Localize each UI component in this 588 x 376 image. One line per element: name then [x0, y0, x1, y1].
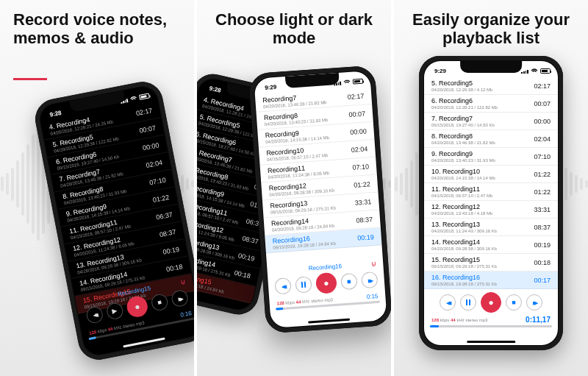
- recording-duration: 06:37: [155, 210, 173, 221]
- recording-duration: 00:07: [348, 110, 365, 118]
- recording-duration: 00:17: [534, 277, 551, 284]
- recording-meta: 04/15/2018, 06:57:10 / 2.47 Mb: [431, 194, 492, 198]
- forward-button[interactable]: [526, 294, 542, 311]
- list-item[interactable]: 12. Recording1204/20/2018, 13:43:18 / 4.…: [424, 201, 558, 219]
- recording-duration: 07:10: [352, 163, 369, 171]
- recording-duration: 01:22: [354, 180, 370, 189]
- recordings-list[interactable]: Recording704/20/2018, 13:46:38 / 21.82 M…: [255, 87, 382, 253]
- recording-duration: 01:22: [534, 171, 551, 178]
- transport-controls: [430, 292, 552, 313]
- signal-icon: [521, 68, 528, 74]
- clock-label: 9:28: [49, 109, 62, 118]
- recording-duration: 00:18: [234, 269, 251, 280]
- clock-label: 9:29: [265, 83, 277, 91]
- recording-duration: 02:04: [534, 135, 551, 143]
- recording-duration: 01:22: [152, 193, 170, 203]
- battery-icon: [540, 68, 551, 74]
- play-button[interactable]: [105, 302, 124, 321]
- stop-button[interactable]: [150, 293, 169, 312]
- promo-panel-2: Choose light or dark mode 9:28 4. Record…: [194, 0, 391, 376]
- recording-duration: 33:31: [355, 198, 372, 207]
- battery-icon: [353, 78, 363, 84]
- recording-duration: 00:07: [139, 124, 157, 134]
- recording-title: 9. Recording9: [431, 150, 495, 157]
- recording-meta: 09/15/2018, 19:28:18 / 275.31 Kb: [431, 282, 497, 286]
- player-bar: ⊍ Recording16 128 kbps 44 kHz stereo mp3…: [267, 256, 387, 318]
- recordings-list[interactable]: 5. Recording504/20/2018, 12:29:38 / 4.12…: [424, 77, 558, 289]
- clock-label: 9:28: [209, 85, 222, 93]
- recording-duration: 07:10: [534, 153, 551, 160]
- phone-notch: [460, 61, 522, 73]
- headline: Choose light or dark mode: [197, 10, 391, 48]
- recording-title: 12. Recording12: [431, 203, 492, 210]
- record-button[interactable]: [315, 272, 337, 294]
- recording-duration: 00:07: [534, 100, 551, 107]
- recording-meta: 09/15/2018, 19:27:40 / 14.50 Kb: [431, 123, 495, 127]
- progress-bar[interactable]: [430, 325, 552, 327]
- recording-duration: 00:00: [142, 141, 159, 152]
- recording-title: 14. Recording14: [431, 238, 497, 246]
- promo-panel-3: Easily organize your playback list 9:29 …: [391, 0, 588, 376]
- recording-duration: 00:19: [237, 252, 255, 263]
- list-item[interactable]: 13. Recording1304/20/2018, 11:24:43 / 30…: [424, 219, 558, 236]
- recording-meta: 04/20/2018, 11:24:43 / 309.16 Kb: [431, 229, 497, 233]
- record-button[interactable]: [481, 292, 501, 313]
- elapsed-time: 0:15: [366, 293, 378, 300]
- recording-duration: 02:04: [146, 158, 163, 169]
- recording-meta: 04/20/2018, 13:46:38 / 21.82 Mb: [431, 141, 495, 145]
- promo-panel-1: Record voice notes, memos & audio 9:28 4…: [0, 0, 194, 376]
- home-indicator: [467, 341, 515, 343]
- recording-duration: 08:37: [242, 234, 259, 245]
- recording-title: 8. Recording8: [431, 132, 495, 140]
- recording-title: 5. Recording5: [431, 79, 492, 87]
- rewind-button[interactable]: [85, 305, 104, 324]
- recording-duration: 02:17: [347, 92, 364, 101]
- recording-duration: 02:17: [534, 82, 551, 90]
- list-item[interactable]: 15. Recording1509/15/2018, 09:29:18 / 27…: [424, 254, 558, 272]
- recording-meta: 04/20/2018, 13:40:23 / 31.93 Mb: [431, 158, 495, 163]
- record-button[interactable]: [125, 294, 149, 319]
- pause-button[interactable]: [460, 294, 476, 311]
- pause-button[interactable]: [295, 276, 312, 293]
- recording-duration: 01:22: [534, 188, 551, 196]
- recording-title: 10. Recording10: [431, 168, 495, 175]
- list-item[interactable]: 6. Recording604/20/2018, 12:28:21 / 122.…: [424, 95, 558, 113]
- forward-button[interactable]: [361, 272, 378, 288]
- microphone-icon[interactable]: ⊍: [370, 260, 376, 268]
- list-item[interactable]: 16. Recording1609/15/2018, 19:28:18 / 27…: [424, 272, 558, 289]
- recording-duration: 33:31: [534, 206, 551, 213]
- recording-duration: 08:37: [356, 216, 373, 224]
- recording-title: 7. Recording7: [431, 115, 495, 122]
- recording-duration: 02:04: [351, 145, 368, 154]
- headline: Record voice notes, memos & audio: [0, 10, 194, 48]
- rewind-button[interactable]: [274, 277, 291, 294]
- stop-button[interactable]: [340, 273, 357, 290]
- wifi-icon: [129, 95, 137, 102]
- list-item[interactable]: 14. Recording1404/20/2018, 09:28:38 / 30…: [424, 236, 558, 254]
- list-item[interactable]: 5. Recording504/20/2018, 12:29:38 / 4.12…: [424, 77, 558, 95]
- phone-mock-light: 9:29 5. Recording504/20/2018, 12:29:38 /…: [419, 56, 563, 350]
- list-item[interactable]: 11. Recording1104/15/2018, 06:57:10 / 2.…: [424, 183, 558, 201]
- rewind-button[interactable]: [440, 294, 456, 311]
- recording-meta: 09/15/2018, 09:29:18 / 275.31 Kb: [431, 264, 497, 269]
- wifi-icon: [531, 68, 538, 74]
- list-item[interactable]: 9. Recording904/20/2018, 13:40:23 / 31.9…: [424, 148, 558, 166]
- phone-mock-light-front: 9:29 Recording704/20/2018, 13:46:38 / 21…: [248, 65, 391, 333]
- recording-title: 11. Recording11: [431, 185, 492, 193]
- recording-duration: 00:00: [350, 127, 367, 136]
- recording-duration: 00:18: [534, 259, 551, 266]
- home-indicator: [308, 319, 350, 324]
- list-item[interactable]: 8. Recording804/20/2018, 13:46:38 / 21.8…: [424, 130, 558, 148]
- recording-duration: 08:37: [159, 228, 176, 238]
- accent-underline: [13, 78, 47, 80]
- list-item[interactable]: 7. Recording709/15/2018, 19:27:40 / 14.5…: [424, 113, 558, 130]
- list-item[interactable]: 10. Recording1004/20/2018, 14:15:38 / 14…: [424, 166, 558, 183]
- recording-meta: 04/20/2018, 12:28:21 / 122.82 Mb: [431, 105, 498, 110]
- format-label: 128 kbps 44 kHz stereo mp3: [431, 318, 487, 322]
- stop-button[interactable]: [506, 294, 522, 311]
- recording-duration: 02:17: [135, 107, 153, 117]
- recording-duration: 07:10: [148, 176, 166, 186]
- elapsed-time: 0:11,17: [526, 316, 551, 324]
- forward-button[interactable]: [171, 289, 190, 308]
- recording-duration: 00:00: [534, 118, 551, 125]
